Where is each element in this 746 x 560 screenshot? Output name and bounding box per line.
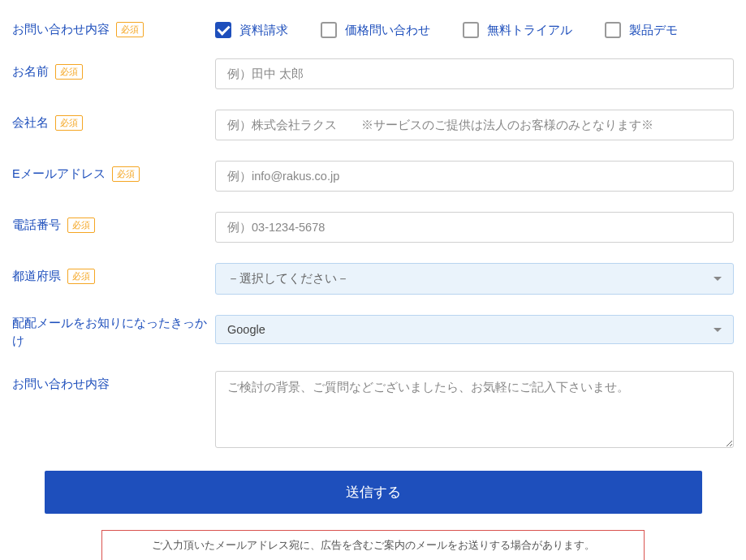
inquiry-content-row: お問い合わせ内容 xyxy=(12,371,734,450)
company-input[interactable] xyxy=(215,110,734,140)
company-row: 会社名 必須 xyxy=(12,110,734,140)
contact-form: お問い合わせ内容 必須 資料請求 価格問い合わせ 無料トライアル xyxy=(0,0,746,560)
inquiry-content-input-col xyxy=(215,371,734,450)
required-badge: 必須 xyxy=(55,64,83,80)
label-text: 都道府県 xyxy=(12,269,61,284)
inquiry-content-label: お問い合わせ内容 xyxy=(12,371,215,392)
checkbox-label: 無料トライアル xyxy=(487,23,572,38)
name-row: お名前 必須 xyxy=(12,58,734,89)
name-input[interactable] xyxy=(215,58,734,89)
checkbox-icon xyxy=(605,22,621,38)
required-badge: 必須 xyxy=(55,115,83,131)
referral-input-col: Google xyxy=(215,315,734,344)
phone-input[interactable] xyxy=(215,212,734,243)
checkbox-icon xyxy=(463,22,479,38)
prefecture-label: 都道府県 必須 xyxy=(12,263,215,284)
submit-button[interactable]: 送信する xyxy=(45,471,702,514)
checkbox-free-trial[interactable]: 無料トライアル xyxy=(463,22,572,38)
label-text: お名前 xyxy=(12,64,49,80)
notice-box-text: ご入力頂いたメールアドレス宛に、広告を含むご案内のメールをお送りする場合がありま… xyxy=(152,540,595,551)
required-badge: 必須 xyxy=(67,269,95,284)
chevron-down-icon xyxy=(714,328,722,332)
label-text: 会社名 xyxy=(12,115,49,131)
inquiry-type-row: お問い合わせ内容 必須 資料請求 価格問い合わせ 無料トライアル xyxy=(12,16,734,38)
label-text: Eメールアドレス xyxy=(12,166,106,182)
checkbox-label: 製品デモ xyxy=(629,23,678,38)
referral-row: 配配メールをお知りになったきっかけ Google xyxy=(12,315,734,351)
email-input-col xyxy=(215,161,734,192)
email-label: Eメールアドレス 必須 xyxy=(12,161,215,182)
name-input-col xyxy=(215,58,734,89)
phone-input-col xyxy=(215,212,734,243)
prefecture-select[interactable]: －選択してください－ xyxy=(215,263,734,295)
checkbox-label: 価格問い合わせ xyxy=(345,23,430,38)
checkbox-doc-request[interactable]: 資料請求 xyxy=(215,22,288,38)
required-badge: 必須 xyxy=(112,166,140,182)
label-text: お問い合わせ内容 xyxy=(12,22,110,37)
inquiry-type-input-col: 資料請求 価格問い合わせ 無料トライアル 製品デモ xyxy=(215,16,734,38)
prefecture-input-col: －選択してください－ xyxy=(215,263,734,295)
select-value: Google xyxy=(227,323,265,336)
checkbox-icon xyxy=(321,22,337,38)
label-text: 電話番号 xyxy=(12,218,61,233)
referral-label: 配配メールをお知りになったきっかけ xyxy=(12,315,215,351)
company-label: 会社名 必須 xyxy=(12,110,215,131)
email-input[interactable] xyxy=(215,161,734,192)
phone-row: 電話番号 必須 xyxy=(12,212,734,243)
checkbox-icon xyxy=(215,22,231,38)
checkbox-label: 資料請求 xyxy=(239,23,288,38)
notice-box: ご入力頂いたメールアドレス宛に、広告を含むご案内のメールをお送りする場合がありま… xyxy=(101,530,645,561)
inquiry-content-textarea[interactable] xyxy=(215,371,734,448)
email-row: Eメールアドレス 必須 xyxy=(12,161,734,192)
checkbox-price-inquiry[interactable]: 価格問い合わせ xyxy=(321,22,430,38)
inquiry-type-label: お問い合わせ内容 必須 xyxy=(12,16,215,37)
label-text: 配配メールをお知りになったきっかけ xyxy=(12,315,215,351)
required-badge: 必須 xyxy=(116,22,144,37)
checkbox-group: 資料請求 価格問い合わせ 無料トライアル 製品デモ xyxy=(215,16,734,38)
name-label: お名前 必須 xyxy=(12,58,215,80)
checkbox-product-demo[interactable]: 製品デモ xyxy=(605,22,678,38)
prefecture-row: 都道府県 必須 －選択してください－ xyxy=(12,263,734,295)
phone-label: 電話番号 必須 xyxy=(12,212,215,233)
chevron-down-icon xyxy=(714,277,722,281)
referral-select[interactable]: Google xyxy=(215,315,734,344)
required-badge: 必須 xyxy=(67,218,95,233)
label-text: お問い合わせ内容 xyxy=(12,377,110,392)
select-value: －選択してください－ xyxy=(227,271,349,286)
company-input-col xyxy=(215,110,734,140)
